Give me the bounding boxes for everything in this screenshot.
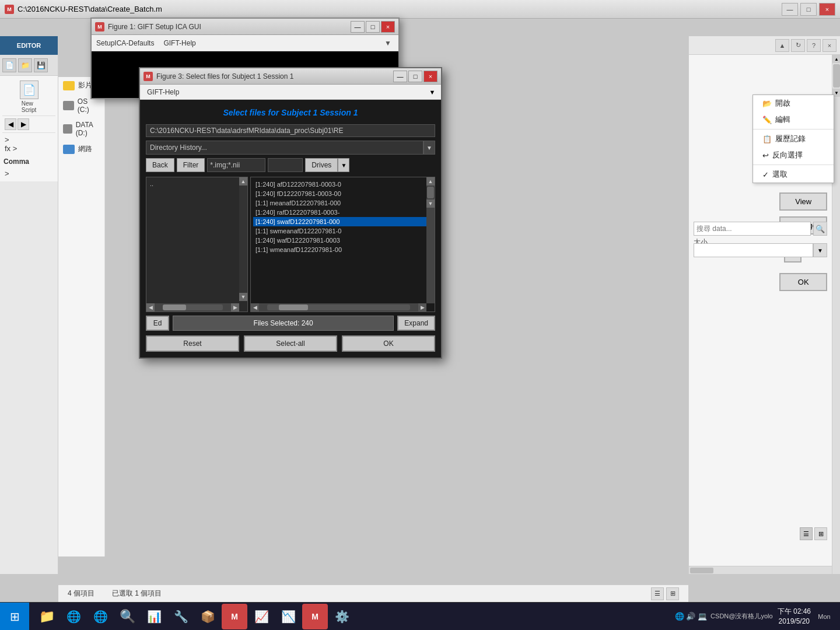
selected-count: 已選取 1 個項目 [112, 589, 162, 598]
file-item-7[interactable]: [1:1] wmeanafD122207981-00 [253, 245, 432, 254]
dir-panel-hscroll[interactable]: ◀ ▶ [146, 303, 239, 312]
figure1-menu-setup[interactable]: SetupICA-Defaults [96, 39, 154, 47]
search-input[interactable] [694, 222, 811, 236]
file-item-4[interactable]: [1:240] swafD122207981-000 [253, 217, 432, 226]
open-icon[interactable]: 📁 [18, 58, 32, 72]
taskbar-matlab3[interactable]: 📉 [275, 604, 301, 629]
files-hscroll-right[interactable]: ▶ [418, 303, 426, 312]
search-button[interactable]: 🔍 [813, 222, 827, 236]
figure1-maximize[interactable]: □ [366, 21, 380, 33]
ed-button[interactable]: Ed [146, 316, 169, 331]
start-icon: ⊞ [10, 610, 20, 624]
minimize-button[interactable]: — [782, 3, 798, 16]
dir-scroll-up[interactable]: ▲ [239, 177, 247, 186]
start-button[interactable]: ⊞ [0, 603, 29, 631]
size-dropdown-arrow[interactable]: ▼ [813, 243, 827, 257]
taskbar-file-explorer[interactable]: 📁 [34, 604, 60, 629]
rip-up-btn[interactable]: ▲ [775, 39, 789, 52]
figure1-menu-help[interactable]: GIFT-Help [163, 39, 195, 47]
drives-button[interactable]: Drives [305, 158, 338, 172]
figure3-minimize[interactable]: — [393, 71, 407, 82]
figure1-titlebar: M Figure 1: GIFT Setup ICA GUI — □ × [92, 19, 398, 35]
taskbar-matlab4[interactable]: M [302, 604, 328, 629]
taskbar-chrome[interactable]: 🌐 [61, 604, 86, 629]
files-hscroll[interactable]: ◀ ▶ [251, 303, 426, 312]
path-input[interactable] [146, 124, 435, 137]
context-reverse-select[interactable]: ↩ 反向選擇 [753, 147, 834, 163]
reset-button[interactable]: Reset [146, 335, 239, 352]
back-nav-button[interactable]: ◀ [5, 118, 16, 130]
figure3-menu-dropdown[interactable]: ▼ [427, 87, 438, 97]
file-item-5[interactable]: [1:1] swmeanafD122207981-0 [253, 226, 432, 236]
taskbar-matlab1[interactable]: M [222, 604, 247, 629]
rip-help-icon[interactable]: ? [807, 39, 821, 52]
open-icon-text: 📂 [762, 99, 772, 108]
files-scroll-down[interactable]: ▼ [426, 200, 435, 208]
dir-history-arrow[interactable]: ▼ [424, 141, 435, 155]
file-item-2[interactable]: [1:1] meanafD122207981-000 [253, 198, 432, 208]
list-view-toggle[interactable]: ☰ [651, 587, 664, 600]
taskbar-matlab2[interactable]: 📈 [249, 604, 274, 629]
dir-hscroll-left[interactable]: ◀ [146, 303, 155, 312]
filter-button[interactable]: Filter [177, 158, 205, 172]
context-select[interactable]: ✓ 選取 [753, 166, 834, 183]
file-item-1[interactable]: [1:240] fD122207981-0003-00 [253, 189, 432, 198]
size-dropdown-input[interactable] [694, 243, 813, 257]
figure3-menu-help[interactable]: GIFT-Help [144, 88, 183, 96]
expand-button[interactable]: Expand [397, 316, 435, 331]
taskbar-powerpoint[interactable]: 📊 [141, 604, 167, 629]
dir-item-parent[interactable]: .. [149, 180, 245, 188]
new-script-button[interactable]: 📄 [20, 80, 38, 99]
extra-filter-input[interactable] [268, 158, 303, 172]
grid-view-icon[interactable]: ⊞ [814, 527, 827, 540]
figure1-minimize[interactable]: — [351, 21, 365, 33]
taskbar-search[interactable]: 🔍 [114, 604, 140, 629]
taskbar-edge[interactable]: 🌐 [88, 604, 113, 629]
taskbar-time[interactable]: 下午 02:46 2019/5/20 [778, 607, 811, 626]
taskbar-app1[interactable]: 🔧 [168, 604, 194, 629]
files-panel-scrollbar[interactable]: ▲ ▼ [426, 177, 435, 303]
right-panel-hscroll[interactable] [689, 566, 832, 574]
files-hscroll-left[interactable]: ◀ [251, 303, 259, 312]
taskbar-settings[interactable]: ⚙️ [329, 604, 355, 629]
figure1-close[interactable]: × [381, 21, 395, 33]
file-item-6[interactable]: [1:240] wafD122207981-0003 [253, 236, 432, 245]
filter-input[interactable] [207, 158, 265, 172]
figure3-title-left: M Figure 3: Select files for Subject 1 S… [144, 72, 293, 81]
grid-view-toggle[interactable]: ⊞ [666, 587, 679, 600]
dir-scroll-down[interactable]: ▼ [239, 293, 247, 301]
forward-nav-button[interactable]: ▶ [18, 118, 29, 130]
select-icon-text: ✓ [762, 170, 769, 179]
new-script-icon[interactable]: 📄 [2, 58, 16, 72]
file-item-3[interactable]: [1:240] rafD122207981-0003- [253, 208, 432, 217]
dir-history-input[interactable] [146, 141, 424, 155]
files-scroll-up[interactable]: ▲ [426, 177, 435, 186]
context-edit[interactable]: ✏️ 編輯 [753, 111, 834, 128]
file-item-0[interactable]: [1:240] afD122207981-0003-0 [253, 180, 432, 189]
rip-close-btn[interactable]: × [822, 39, 836, 52]
select-all-button[interactable]: Select-all [244, 335, 337, 352]
reverse-icon-text: ↩ [762, 151, 769, 160]
list-view-icon[interactable]: ☰ [800, 527, 813, 540]
save-icon[interactable]: 💾 [34, 58, 48, 72]
file-item-network[interactable]: 網路 [58, 141, 104, 158]
rip-refresh-btn[interactable]: ↻ [791, 39, 805, 52]
drives-arrow[interactable]: ▼ [338, 158, 349, 172]
view-button[interactable]: View [779, 192, 827, 211]
files-selected-input[interactable] [173, 316, 394, 331]
taskbar-app2[interactable]: 📦 [195, 604, 220, 629]
context-history[interactable]: 📋 履歷記錄 [753, 131, 834, 147]
dir-hscroll-right[interactable]: ▶ [231, 303, 239, 312]
file-item-d-drive[interactable]: DATA (D:) [58, 117, 104, 141]
ok-dialog-button[interactable]: OK [342, 335, 435, 352]
figure3-maximize[interactable]: □ [408, 71, 422, 82]
close-button[interactable]: × [819, 3, 835, 16]
maximize-button[interactable]: □ [800, 3, 817, 16]
ok-button[interactable]: OK [779, 273, 827, 291]
figure3-close[interactable]: × [424, 71, 438, 82]
context-open[interactable]: 📂 開啟 [753, 95, 834, 111]
figure1-dropdown[interactable]: ▼ [382, 37, 394, 49]
back-button[interactable]: Back [146, 158, 174, 172]
scroll-up-arrow[interactable]: ▲ [832, 55, 840, 63]
dir-panel-scrollbar-v[interactable]: ▲ ▼ [239, 177, 247, 301]
